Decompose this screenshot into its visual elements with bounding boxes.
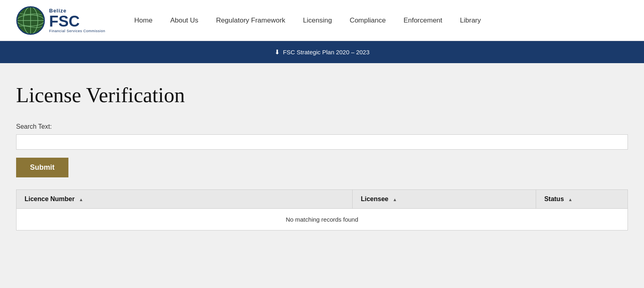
nav-link-licensing[interactable]: Licensing	[294, 0, 341, 41]
column-header-licensee[interactable]: Licensee ▲	[353, 190, 536, 209]
nav-item-regulatory-framework[interactable]: Regulatory Framework	[207, 0, 294, 41]
page-title: License Verification	[16, 83, 628, 107]
table-header: Licence Number ▲ Licensee ▲ Status ▲	[17, 190, 628, 209]
nav-link-library[interactable]: Library	[451, 0, 490, 41]
download-icon: ⬇	[275, 48, 280, 56]
nav-item-enforcement[interactable]: Enforcement	[394, 0, 451, 41]
column-header-licence-number[interactable]: Licence Number ▲	[17, 190, 353, 209]
nav-item-compliance[interactable]: Compliance	[341, 0, 395, 41]
nav-link-regulatory-framework[interactable]: Regulatory Framework	[207, 0, 294, 41]
nav-link-home[interactable]: Home	[126, 0, 161, 41]
nav-link-enforcement[interactable]: Enforcement	[394, 0, 451, 41]
navbar: Belize FSC Financial Services Commission…	[0, 0, 644, 41]
nav-item-about-us[interactable]: About Us	[161, 0, 207, 41]
empty-message: No matching records found	[17, 209, 628, 230]
table-empty-row: No matching records found	[17, 209, 628, 230]
logo[interactable]: Belize FSC Financial Services Commission	[16, 6, 105, 35]
banner-text: FSC Strategic Plan 2020 – 2023	[283, 49, 369, 56]
table-body: No matching records found	[17, 209, 628, 230]
nav-link-compliance[interactable]: Compliance	[341, 0, 395, 41]
search-section: Search Text: Submit	[16, 123, 628, 177]
logo-fsc: FSC	[49, 14, 105, 29]
nav-menu: Home About Us Regulatory Framework Licen…	[126, 0, 490, 41]
search-input[interactable]	[16, 134, 628, 150]
submit-button[interactable]: Submit	[16, 158, 68, 177]
column-header-status[interactable]: Status ▲	[536, 190, 628, 209]
search-label: Search Text:	[16, 123, 628, 130]
table-header-row: Licence Number ▲ Licensee ▲ Status ▲	[17, 190, 628, 209]
nav-link-about-us[interactable]: About Us	[161, 0, 207, 41]
sort-icon-licence: ▲	[79, 197, 83, 202]
announcement-banner[interactable]: ⬇ FSC Strategic Plan 2020 – 2023	[0, 41, 644, 63]
sort-icon-licensee: ▲	[392, 197, 397, 202]
logo-subtitle: Financial Services Commission	[49, 29, 105, 33]
nav-item-home[interactable]: Home	[126, 0, 161, 41]
logo-globe-icon	[16, 6, 45, 35]
sort-icon-status: ▲	[568, 197, 573, 202]
logo-text: Belize FSC Financial Services Commission	[49, 8, 105, 33]
nav-item-licensing[interactable]: Licensing	[294, 0, 341, 41]
results-table: Licence Number ▲ Licensee ▲ Status ▲ No …	[16, 189, 628, 230]
main-content: License Verification Search Text: Submit…	[0, 63, 644, 247]
nav-item-library[interactable]: Library	[451, 0, 490, 41]
